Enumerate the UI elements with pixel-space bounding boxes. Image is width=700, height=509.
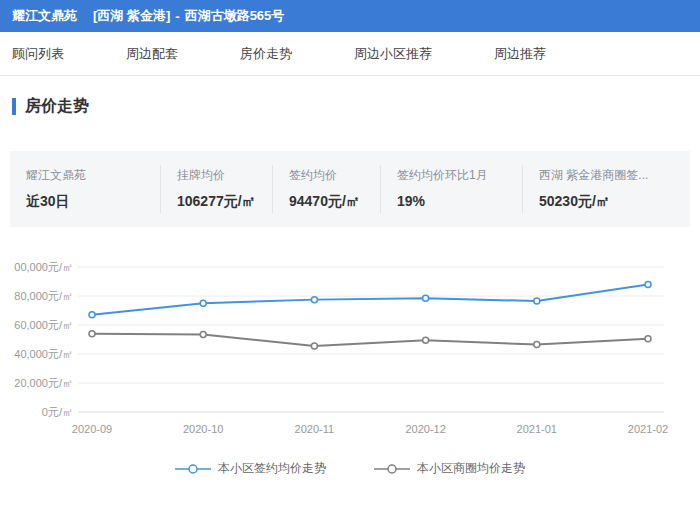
community-name: 耀江文鼎苑 (12, 7, 77, 25)
stat-value: 近30日 (26, 193, 144, 211)
section-accent-bar (12, 98, 16, 115)
svg-text:2020-12: 2020-12 (405, 423, 445, 435)
stat-label: 耀江文鼎苑 (26, 167, 144, 184)
svg-text:20,000元/㎡: 20,000元/㎡ (14, 377, 73, 389)
svg-text:2021-01: 2021-01 (517, 423, 557, 435)
stat-label: 签约均价 (289, 167, 364, 184)
svg-text:00,000元/㎡: 00,000元/㎡ (14, 261, 73, 273)
line-chart-canvas[interactable]: 0元/㎡20,000元/㎡40,000元/㎡60,000元/㎡80,000元/㎡… (12, 257, 688, 442)
price-stats-bar: 耀江文鼎苑 近30日 挂牌均价 106277元/㎡ 签约均价 94470元/㎡ … (10, 151, 690, 227)
community-area: [西湖 紫金港] (93, 7, 170, 25)
svg-text:2021-02: 2021-02 (628, 423, 668, 435)
stat-value: 94470元/㎡ (289, 193, 364, 211)
stat-label: 签约均价环比1月 (397, 167, 506, 184)
stat-signed-avg-price: 签约均价 94470元/㎡ (272, 165, 380, 213)
svg-text:40,000元/㎡: 40,000元/㎡ (14, 348, 73, 360)
svg-text:80,000元/㎡: 80,000元/㎡ (14, 290, 73, 302)
section-header: 房价走势 (12, 96, 700, 117)
svg-text:2020-09: 2020-09 (72, 423, 112, 435)
line-circle-marker-icon (175, 463, 211, 475)
svg-text:2020-11: 2020-11 (295, 423, 335, 435)
legend-circle (189, 465, 197, 473)
chart-legend: 本小区签约均价走势 本小区商圈均价走势 (12, 460, 688, 477)
stat-community: 耀江文鼎苑 近30日 (10, 165, 160, 213)
stat-listing-avg-price: 挂牌均价 106277元/㎡ (160, 165, 272, 213)
stat-label: 挂牌均价 (177, 167, 256, 184)
page: 耀江文鼎苑 [西湖 紫金港] - 西湖古墩路565号 顾问列表 周边配套 房价走… (0, 0, 700, 477)
svg-text:60,000元/㎡: 60,000元/㎡ (14, 319, 73, 331)
tab-advisor-list[interactable]: 顾问列表 (12, 45, 64, 63)
page-title: 房价走势 (25, 96, 89, 117)
legend-circle (388, 465, 396, 473)
svg-text:2020-10: 2020-10 (183, 423, 223, 435)
tab-surrounding-facilities[interactable]: 周边配套 (126, 45, 178, 63)
tab-nearby-recommend[interactable]: 周边推荐 (494, 45, 546, 63)
nav-tabs: 顾问列表 周边配套 房价走势 周边小区推荐 周边推荐 (0, 32, 700, 76)
line-circle-marker-icon (374, 463, 410, 475)
legend-label: 本小区签约均价走势 (218, 460, 326, 477)
tab-price-trend[interactable]: 房价走势 (240, 45, 292, 63)
header-dash: - (175, 9, 179, 24)
legend-label: 本小区商圈均价走势 (417, 460, 525, 477)
community-header-bar: 耀江文鼎苑 [西湖 紫金港] - 西湖古墩路565号 (0, 0, 700, 32)
stat-label: 西湖 紫金港商圈签... (539, 167, 674, 184)
stat-month-over-month: 签约均价环比1月 19% (380, 165, 522, 213)
tab-nearby-communities[interactable]: 周边小区推荐 (354, 45, 432, 63)
community-address: 西湖古墩路565号 (185, 7, 285, 25)
price-trend-chart[interactable]: 0元/㎡20,000元/㎡40,000元/㎡60,000元/㎡80,000元/㎡… (0, 257, 700, 477)
legend-item-community-signed-price[interactable]: 本小区签约均价走势 (175, 460, 326, 477)
stat-district-avg-price: 西湖 紫金港商圈签... 50230元/㎡ (522, 165, 690, 213)
legend-item-district-avg-price[interactable]: 本小区商圈均价走势 (374, 460, 525, 477)
stat-value: 19% (397, 193, 506, 209)
svg-text:0元/㎡: 0元/㎡ (42, 406, 73, 418)
stat-value: 50230元/㎡ (539, 193, 674, 211)
stat-value: 106277元/㎡ (177, 193, 256, 211)
